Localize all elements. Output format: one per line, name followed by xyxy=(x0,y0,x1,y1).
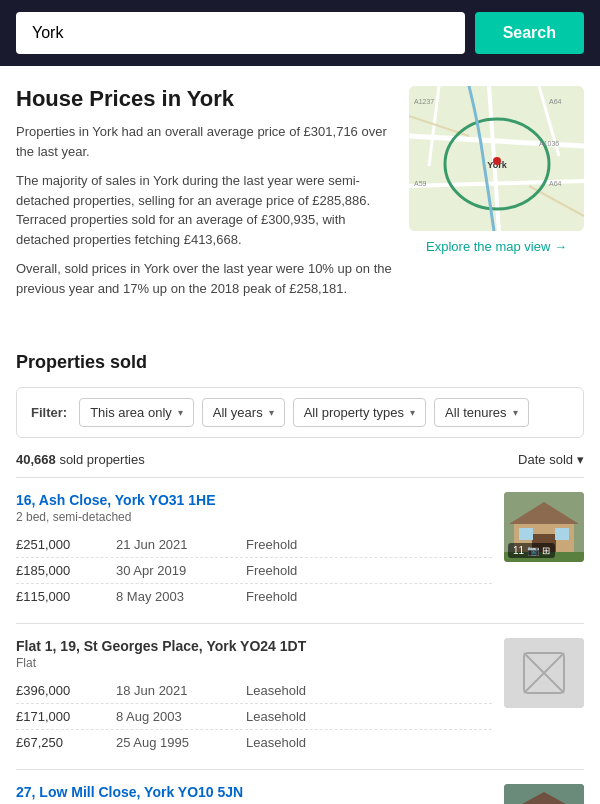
tenure-filter-chevron: ▾ xyxy=(513,407,518,418)
map-container[interactable]: A64 A1237 A59 A64 A1036 York xyxy=(409,86,584,231)
results-bar: 40,668 sold properties Date sold ▾ xyxy=(16,452,584,467)
filter-bar: Filter: This area only ▾ All years ▾ All… xyxy=(16,387,584,438)
property-type: Flat xyxy=(16,656,492,670)
description-2: The majority of sales in York during the… xyxy=(16,171,393,249)
main-content: House Prices in York Properties in York … xyxy=(0,66,600,348)
property-image-placeholder xyxy=(504,638,584,708)
sort-label-text: Date sold xyxy=(518,452,573,467)
sale-date: 25 Aug 1995 xyxy=(116,735,246,750)
property-info: 16, Ash Close, York YO31 1HE 2 bed, semi… xyxy=(16,492,492,609)
svg-text:A1237: A1237 xyxy=(414,98,434,105)
type-filter-label: All property types xyxy=(304,405,404,420)
year-filter-chevron: ▾ xyxy=(269,407,274,418)
sale-row: £396,000 18 Jun 2021 Leasehold xyxy=(16,678,492,704)
search-input[interactable] xyxy=(16,12,465,54)
sale-date: 8 May 2003 xyxy=(116,589,246,604)
image-count: 11 xyxy=(513,545,524,556)
sale-date: 30 Apr 2019 xyxy=(116,563,246,578)
sale-price: £67,250 xyxy=(16,735,116,750)
svg-text:A59: A59 xyxy=(414,180,427,187)
property-address[interactable]: 16, Ash Close, York YO31 1HE xyxy=(16,492,492,508)
year-filter[interactable]: All years ▾ xyxy=(202,398,285,427)
description-3: Overall, sold prices in York over the la… xyxy=(16,259,393,298)
camera-icon: 📷 xyxy=(527,545,539,556)
sale-tenure: Leasehold xyxy=(246,683,306,698)
properties-section: Properties sold Filter: This area only ▾… xyxy=(0,348,600,804)
svg-text:A64: A64 xyxy=(549,98,562,105)
sale-price: £396,000 xyxy=(16,683,116,698)
property-image[interactable]: 20 📷 ⊞ xyxy=(504,784,584,804)
page-title: House Prices in York xyxy=(16,86,393,112)
sale-tenure: Freehold xyxy=(246,589,297,604)
header: Search xyxy=(0,0,600,66)
year-filter-label: All years xyxy=(213,405,263,420)
svg-rect-20 xyxy=(519,528,533,540)
property-item: 27, Low Mill Close, York YO10 5JN 4 bed,… xyxy=(16,769,584,804)
sale-date: 8 Aug 2003 xyxy=(116,709,246,724)
property-info: Flat 1, 19, St Georges Place, York YO24 … xyxy=(16,638,492,755)
floorplan-icon: ⊞ xyxy=(542,545,550,556)
results-count: 40,668 sold properties xyxy=(16,452,145,467)
sale-row: £115,000 8 May 2003 Freehold xyxy=(16,584,492,609)
sale-row: £185,000 30 Apr 2019 Freehold xyxy=(16,558,492,584)
property-info: 27, Low Mill Close, York YO10 5JN 4 bed,… xyxy=(16,784,492,804)
type-filter-chevron: ▾ xyxy=(410,407,415,418)
sale-tenure: Leasehold xyxy=(246,709,306,724)
results-number: 40,668 xyxy=(16,452,56,467)
svg-text:A1036: A1036 xyxy=(539,140,559,147)
sale-date: 21 Jun 2021 xyxy=(116,537,246,552)
sale-tenure: Freehold xyxy=(246,563,297,578)
description-1: Properties in York had an overall averag… xyxy=(16,122,393,161)
map-section: A64 A1237 A59 A64 A1036 York Explore the… xyxy=(409,86,584,308)
sale-date: 18 Jun 2021 xyxy=(116,683,246,698)
results-label-text: sold properties xyxy=(59,452,144,467)
property-address: Flat 1, 19, St Georges Place, York YO24 … xyxy=(16,638,492,654)
property-type: 2 bed, semi-detached xyxy=(16,510,492,524)
sale-row: £171,000 8 Aug 2003 Leasehold xyxy=(16,704,492,730)
sale-price: £115,000 xyxy=(16,589,116,604)
area-filter-chevron: ▾ xyxy=(178,407,183,418)
properties-title: Properties sold xyxy=(16,348,584,373)
sort-arrow-icon: ▾ xyxy=(577,452,584,467)
map-link[interactable]: Explore the map view → xyxy=(409,239,584,254)
filter-label: Filter: xyxy=(31,405,67,420)
property-item: 16, Ash Close, York YO31 1HE 2 bed, semi… xyxy=(16,477,584,623)
sale-tenure: Leasehold xyxy=(246,735,306,750)
svg-text:A64: A64 xyxy=(549,180,562,187)
tenure-filter[interactable]: All tenures ▾ xyxy=(434,398,528,427)
area-filter-label: This area only xyxy=(90,405,172,420)
tenure-filter-label: All tenures xyxy=(445,405,506,420)
property-item: Flat 1, 19, St Georges Place, York YO24 … xyxy=(16,623,584,769)
sale-price: £251,000 xyxy=(16,537,116,552)
svg-rect-21 xyxy=(555,528,569,540)
image-badge: 11 📷 ⊞ xyxy=(508,543,555,558)
hero-section: House Prices in York Properties in York … xyxy=(16,86,584,308)
property-image[interactable]: 11 📷 ⊞ xyxy=(504,492,584,562)
sort-button[interactable]: Date sold ▾ xyxy=(518,452,584,467)
type-filter[interactable]: All property types ▾ xyxy=(293,398,426,427)
search-button[interactable]: Search xyxy=(475,12,584,54)
sale-row: £67,250 25 Aug 1995 Leasehold xyxy=(16,730,492,755)
hero-text: House Prices in York Properties in York … xyxy=(16,86,393,308)
sale-tenure: Freehold xyxy=(246,537,297,552)
property-address[interactable]: 27, Low Mill Close, York YO10 5JN xyxy=(16,784,492,800)
sale-price: £185,000 xyxy=(16,563,116,578)
svg-point-15 xyxy=(493,157,501,165)
sale-row: £251,000 21 Jun 2021 Freehold xyxy=(16,532,492,558)
sale-price: £171,000 xyxy=(16,709,116,724)
area-filter[interactable]: This area only ▾ xyxy=(79,398,194,427)
